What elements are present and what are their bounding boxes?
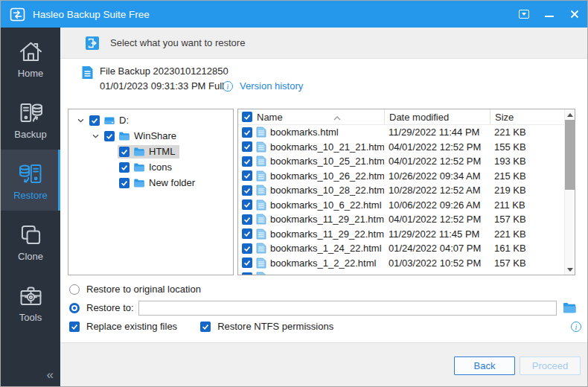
file-date: 04/01/2022 12:52 PM — [384, 156, 490, 167]
replace-files-option[interactable]: Replace existing files — [69, 321, 177, 332]
scroll-down-icon[interactable] — [565, 264, 575, 275]
tree-checkbox[interactable] — [104, 131, 115, 141]
proceed-button[interactable]: Proceed — [520, 356, 581, 375]
file-name: bookmarks_1_2_22.html — [270, 258, 376, 269]
replace-files-checkbox[interactable] — [69, 322, 80, 332]
restore-to-option[interactable]: Restore to: — [69, 302, 134, 313]
file-date: 01/24/2022 04:07 PM — [384, 243, 490, 254]
file-row[interactable]: bookmarks_10_6_22.html10/06/2022 09:26 A… — [238, 198, 575, 213]
tree-item-label: D: — [119, 115, 129, 126]
tree-item-label: New folder — [149, 177, 195, 188]
sidebar-item-label: Restore — [13, 190, 48, 201]
file-row[interactable]: bookmarks_11_29_21.html04/01/2022 12:52 … — [238, 212, 575, 227]
ntfs-option[interactable]: Restore NTFS permissions — [200, 321, 333, 332]
row-checkbox[interactable] — [242, 156, 252, 167]
close-button[interactable] — [562, 1, 587, 28]
sidebar-item-backup[interactable]: Backup — [1, 89, 60, 150]
version-history-link[interactable]: Version history — [240, 80, 303, 92]
close-icon — [570, 10, 579, 19]
row-checkbox[interactable] — [242, 170, 252, 181]
sidebar-item-home[interactable]: Home — [1, 28, 60, 89]
original-location-label: Restore to original location — [86, 284, 201, 295]
backup-info-icon[interactable] — [223, 81, 233, 92]
restore-path-input[interactable] — [138, 301, 557, 316]
row-checkbox[interactable] — [242, 258, 252, 268]
options-info-icon[interactable] — [571, 322, 581, 332]
tree-checkbox[interactable] — [119, 162, 130, 173]
tree-checkbox[interactable] — [119, 178, 130, 188]
restore-to-radio[interactable] — [69, 303, 80, 313]
tree-item[interactable]: D: — [68, 112, 233, 128]
minimize-button[interactable] — [537, 1, 562, 28]
sidebar-collapse-button[interactable]: « — [47, 368, 54, 383]
file-row[interactable] — [238, 270, 575, 275]
file-row[interactable]: bookmarks.html11/29/2022 11:44 PM221 KB — [238, 125, 575, 140]
file-row[interactable]: bookmarks_11_29_22.html11/29/2022 11:45 … — [238, 227, 575, 242]
file-list-scrollbar[interactable] — [564, 109, 575, 275]
tray-arrow-icon — [519, 10, 529, 19]
row-checkbox[interactable] — [242, 228, 252, 239]
row-checkbox[interactable] — [242, 214, 252, 225]
minimize-to-tray-button[interactable] — [511, 1, 537, 28]
row-checkbox[interactable] — [242, 243, 252, 254]
file-size: 221 KB — [490, 127, 564, 138]
ntfs-label: Restore NTFS permissions — [217, 321, 333, 332]
column-header-size[interactable]: Size — [490, 109, 564, 124]
restore-step-icon — [86, 36, 99, 50]
restore-original-option[interactable]: Restore to original location — [69, 284, 201, 295]
file-size: 193 KB — [490, 156, 564, 167]
main-content: Select what you want to restore File Bac… — [60, 28, 587, 386]
ntfs-checkbox[interactable] — [200, 322, 211, 332]
file-date: 11/29/2022 11:44 PM — [384, 127, 490, 138]
column-header-name[interactable]: Name — [238, 109, 384, 124]
back-button[interactable]: Back — [454, 356, 515, 375]
file-icon — [256, 272, 266, 275]
tree-checkbox[interactable] — [119, 147, 130, 157]
file-date: 11/29/2022 11:45 PM — [384, 228, 490, 240]
tree-checkbox[interactable] — [89, 115, 100, 126]
row-checkbox[interactable] — [242, 141, 252, 152]
tree-item[interactable]: New folder — [68, 175, 233, 191]
restore-to-label: Restore to: — [86, 302, 134, 313]
file-icon — [256, 258, 266, 269]
file-name: bookmarks_11_29_21.html — [270, 214, 384, 225]
tree-expander-icon[interactable] — [88, 134, 103, 138]
original-location-radio[interactable] — [69, 284, 80, 295]
file-name: bookmarks_1_24_22.html — [270, 243, 382, 254]
app-logo-icon — [10, 7, 25, 22]
browse-folder-button[interactable] — [562, 300, 577, 315]
row-checkbox[interactable] — [242, 185, 252, 196]
sidebar-item-clone[interactable]: Clone — [1, 211, 60, 272]
scroll-up-icon[interactable] — [565, 109, 575, 120]
tree-expander-icon[interactable] — [73, 118, 88, 123]
sidebar-item-label: Clone — [18, 251, 43, 262]
scrollbar-thumb[interactable] — [565, 120, 575, 190]
file-size: 155 KB — [490, 141, 564, 153]
sidebar-item-tools[interactable]: Tools — [1, 272, 60, 333]
file-row[interactable]: bookmarks_10_26_22.html10/26/2022 09:34 … — [238, 169, 575, 184]
row-checkbox[interactable] — [242, 199, 252, 210]
file-icon — [256, 228, 266, 240]
file-row[interactable]: bookmarks_1_24_22.html01/24/2022 04:07 P… — [238, 241, 575, 256]
sidebar-item-label: Backup — [14, 129, 46, 140]
row-checkbox[interactable] — [242, 272, 252, 275]
tree-item[interactable]: Icons — [68, 159, 233, 175]
file-size: 157 KB — [490, 214, 564, 225]
tree-item[interactable]: HTML — [68, 144, 233, 159]
file-date: 04/01/2022 12:52 PM — [384, 214, 490, 225]
file-row[interactable]: bookmarks_1_2_22.html01/03/2022 10:52 PM… — [238, 256, 575, 271]
file-row[interactable]: bookmarks_10_28_22.html10/28/2022 12:52 … — [238, 183, 575, 198]
file-row[interactable]: bookmarks_10_25_21.html04/01/2022 12:52 … — [238, 154, 575, 169]
file-date: 10/26/2022 09:34 AM — [384, 170, 490, 182]
column-header-date[interactable]: Date modified — [384, 109, 490, 124]
backup-name: File Backup 20230101212850 — [100, 65, 229, 77]
sidebar-item-restore[interactable]: Restore — [1, 150, 60, 211]
page-title: Select what you want to restore — [110, 37, 245, 48]
tree-item[interactable]: WinShare — [68, 128, 233, 144]
row-checkbox[interactable] — [242, 127, 252, 138]
file-name: bookmarks_10_28_22.html — [270, 185, 384, 196]
sort-ascending-icon — [333, 112, 341, 123]
select-all-checkbox[interactable] — [242, 112, 252, 122]
file-row[interactable]: bookmarks_10_21_21.html04/01/2022 12:52 … — [238, 140, 575, 155]
clone-icon — [17, 221, 45, 249]
